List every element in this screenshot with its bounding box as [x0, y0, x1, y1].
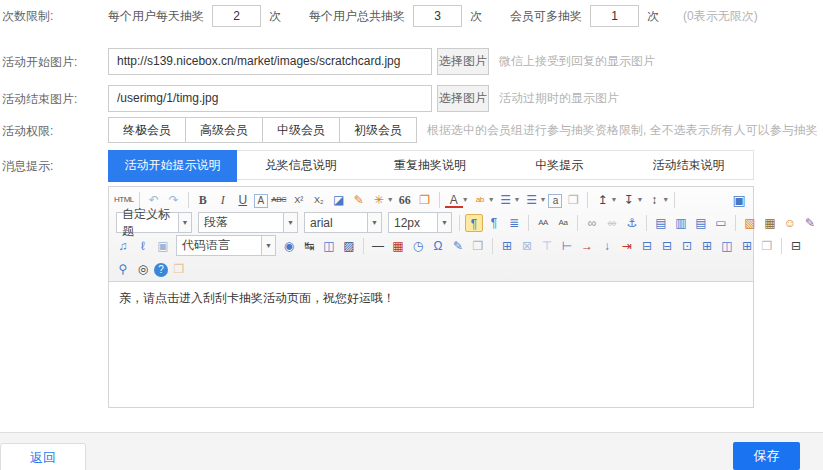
blockquote-icon[interactable]: 66 [396, 191, 414, 209]
chevron-down-icon[interactable]: ▼ [610, 196, 617, 203]
background-color-icon[interactable]: ▨ [340, 237, 358, 255]
ordered-list-icon[interactable]: ☰ [497, 191, 515, 209]
to-uppercase-icon[interactable]: AA [534, 214, 552, 232]
member-extra-input[interactable] [590, 5, 639, 27]
tab-repeat-draw[interactable]: 重复抽奖说明 [365, 151, 494, 179]
member-group-junior-button[interactable]: 初级会员 [339, 117, 417, 143]
chevron-down-icon[interactable]: ▼ [261, 236, 275, 255]
merge-down-icon[interactable]: ⊡ [678, 237, 696, 255]
chevron-down-icon[interactable]: ▼ [437, 213, 451, 232]
scrawl-icon[interactable]: ✎ [801, 214, 819, 232]
help-icon[interactable]: ? [154, 263, 168, 277]
italic-icon[interactable]: I [214, 191, 232, 209]
start-image-pick-button[interactable]: 选择图片 [437, 48, 489, 75]
insert-image-icon[interactable]: ▧ [741, 214, 759, 232]
entry-ltr-icon[interactable]: ¶ [465, 214, 483, 232]
delete-col-icon[interactable]: ⊟ [638, 237, 656, 255]
end-image-pick-button[interactable]: 选择图片 [437, 85, 489, 112]
paragraph-spacing-bottom-icon[interactable]: ↧ [619, 191, 637, 209]
font-color-icon[interactable]: A [445, 193, 463, 208]
horizontal-rule-icon[interactable]: — [369, 237, 387, 255]
chevron-down-icon[interactable]: ▼ [367, 213, 381, 232]
insert-map-icon[interactable]: ▣ [154, 237, 172, 255]
image-center-icon[interactable]: ▥ [672, 214, 690, 232]
save-button[interactable]: 保存 [733, 442, 800, 470]
snapshot-icon[interactable]: ◉ [280, 237, 298, 255]
insert-row-icon[interactable]: → [578, 237, 596, 255]
delete-table-icon[interactable]: ⊠ [518, 237, 536, 255]
fullscreen-icon[interactable]: ▣ [730, 191, 748, 209]
back-button[interactable]: 返回 [0, 443, 86, 470]
start-image-input[interactable] [108, 48, 432, 75]
per-day-input[interactable] [212, 5, 261, 27]
image-inline-icon[interactable]: ▭ [712, 214, 730, 232]
editor-content[interactable]: 亲，请点击进入刮刮卡抽奖活动页面，祝您好运哦！ [109, 282, 753, 408]
insert-col-icon[interactable]: ↓ [598, 237, 616, 255]
to-lowercase-icon[interactable]: Aa [554, 214, 572, 232]
anchor-icon[interactable]: a [548, 194, 562, 208]
print-icon[interactable]: ⊟ [787, 237, 805, 255]
image-float-right-icon[interactable]: ▤ [692, 214, 710, 232]
code-language-select[interactable]: 代码语言▼ [176, 235, 276, 256]
paragraph-spacing-top-icon[interactable]: ↥ [593, 191, 611, 209]
clear-doc-icon[interactable]: ❐ [564, 191, 582, 209]
member-group-ultimate-button[interactable]: 终极会员 [108, 117, 186, 143]
end-image-input[interactable] [108, 85, 432, 112]
chevron-down-icon[interactable]: ▼ [662, 196, 669, 203]
font-border-icon[interactable]: A [254, 194, 268, 208]
insert-iframe-icon[interactable]: ◫ [320, 237, 338, 255]
search-replace-icon[interactable]: ◎ [134, 260, 152, 278]
underline-icon[interactable]: U [234, 191, 252, 209]
paragraph-select[interactable]: 段落▼ [198, 212, 298, 233]
unlink-icon[interactable]: ∞ [603, 214, 621, 232]
merge-cells-icon[interactable]: ⊞ [698, 237, 716, 255]
insert-formula-icon[interactable]: ✎ [449, 237, 467, 255]
chevron-down-icon[interactable]: ▼ [178, 213, 191, 232]
snippet-icon[interactable]: ❐ [170, 260, 188, 278]
indent-icon[interactable]: ≣ [505, 214, 523, 232]
subscript-icon[interactable]: X₂ [310, 191, 328, 209]
preview-icon[interactable]: ⚲ [114, 260, 132, 278]
doc-new-icon[interactable]: ❐ [758, 237, 776, 255]
insert-music-icon[interactable]: ♫ [114, 237, 132, 255]
superscript-icon[interactable]: X² [290, 191, 308, 209]
split-col-icon[interactable]: ⊞ [738, 237, 756, 255]
bold-icon[interactable]: B [194, 191, 212, 209]
insert-time-icon[interactable]: ◷ [409, 237, 427, 255]
auto-typeset-icon[interactable]: ✳ [370, 191, 388, 209]
chevron-down-icon[interactable]: ▼ [540, 196, 547, 203]
tab-win-tip[interactable]: 中奖提示 [495, 151, 624, 179]
insert-title-col-icon[interactable]: ⊢ [558, 237, 576, 255]
unordered-list-icon[interactable]: ☰ [523, 191, 541, 209]
font-family-select[interactable]: arial▼ [304, 212, 382, 233]
image-float-left-icon[interactable]: ▤ [652, 214, 670, 232]
page-break-icon[interactable]: ↹ [300, 237, 318, 255]
attachment-icon[interactable]: ℓ [134, 237, 152, 255]
member-group-senior-button[interactable]: 高级会员 [185, 117, 263, 143]
chevron-down-icon[interactable]: ▼ [283, 213, 297, 232]
insert-anchor-icon[interactable]: ⚓ [623, 214, 641, 232]
split-row-icon[interactable]: ◫ [718, 237, 736, 255]
entry-rtl-icon[interactable]: ¶ [485, 214, 503, 232]
line-height-icon[interactable]: ↕ [645, 191, 663, 209]
strikethrough-icon[interactable]: ABC [270, 191, 288, 209]
emotion-icon[interactable]: ☺ [781, 214, 799, 232]
highlight-color-icon[interactable]: ab [471, 191, 489, 209]
custom-title-select[interactable]: 自定义标题▼ [116, 212, 192, 233]
tab-redeem-info[interactable]: 兑奖信息说明 [236, 151, 365, 179]
link-icon[interactable]: ∞ [583, 214, 601, 232]
merge-right-icon[interactable]: ⊟ [658, 237, 676, 255]
insert-table-icon[interactable]: ⊞ [498, 237, 516, 255]
image-manager-icon[interactable]: ▦ [761, 214, 779, 232]
chevron-down-icon[interactable]: ▼ [462, 196, 469, 203]
chevron-down-icon[interactable]: ▼ [636, 196, 643, 203]
chevron-down-icon[interactable]: ▼ [387, 196, 394, 203]
tab-activity-start-tip[interactable]: 活动开始提示说明 [108, 150, 237, 182]
chevron-down-icon[interactable]: ▼ [514, 196, 521, 203]
member-group-middle-button[interactable]: 中级会员 [262, 117, 340, 143]
total-input[interactable] [413, 5, 462, 27]
insert-title-row-icon[interactable]: ⊤ [538, 237, 556, 255]
delete-row-icon[interactable]: ⇥ [618, 237, 636, 255]
special-chars-icon[interactable]: Ω [429, 237, 447, 255]
format-painter-icon[interactable]: ✎ [350, 191, 368, 209]
